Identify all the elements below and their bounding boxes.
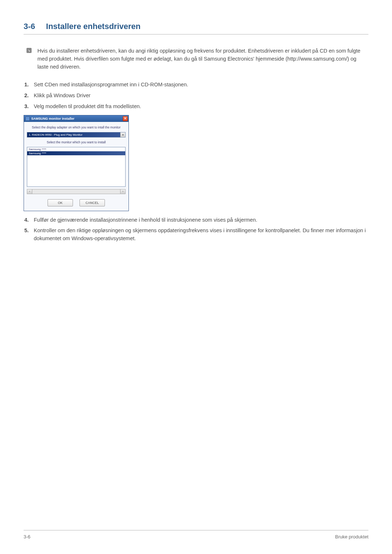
- adapter-value: 1. RADEON 9550 : Plug and Play Monitor: [27, 132, 120, 137]
- scroll-left-icon[interactable]: ‹: [27, 189, 32, 194]
- steps-list-cont: Fullfør de gjenværende installasjonstrin…: [24, 216, 368, 243]
- step-text: Fullfør de gjenværende installasjonstrin…: [34, 216, 368, 224]
- step-5: Kontroller om den riktige oppløsningen o…: [24, 227, 368, 243]
- heading-underline: [24, 34, 368, 34]
- note-icon: [26, 48, 32, 53]
- note-text: Hvis du installerer enhetsdriveren, kan …: [37, 47, 368, 71]
- step-text: Kontroller om den riktige oppløsningen o…: [34, 227, 368, 243]
- window-title: SAMSUNG monitor installer: [31, 117, 74, 120]
- section-number: 3-6: [24, 22, 35, 31]
- scroll-right-icon[interactable]: ›: [120, 189, 125, 194]
- monitor-label: Select the monitor which you want to ins…: [27, 140, 126, 144]
- list-item[interactable]: Samsung ****: [27, 147, 125, 151]
- app-icon: [25, 116, 30, 121]
- adapter-label: Select the display adapter on which you …: [27, 126, 126, 129]
- step-text: Klikk på Windows Driver: [34, 92, 368, 100]
- installer-body: Select the display adapter on which you …: [24, 122, 128, 211]
- step-4: Fullfør de gjenværende installasjonstrin…: [24, 216, 368, 224]
- button-row: OK CANCEL: [27, 198, 126, 208]
- page-footer: 3-6 Bruke produktet: [24, 530, 368, 539]
- footer-page-number: 3-6: [24, 534, 30, 539]
- step-text: Sett CDen med installasjonsprogrammet in…: [34, 81, 368, 89]
- scroll-track[interactable]: [32, 189, 120, 194]
- monitors-listbox[interactable]: Samsung **** Samsung ****: [27, 147, 126, 187]
- ok-button[interactable]: OK: [48, 199, 73, 206]
- section-heading: 3-6Installere enhetsdriveren: [24, 22, 368, 31]
- step-1: Sett CDen med installasjonsprogrammet in…: [24, 81, 368, 89]
- footer-section-name: Bruke produktet: [335, 534, 368, 539]
- step-3: Velg modellen til produktet ditt fra mod…: [24, 103, 368, 111]
- note-block: Hvis du installerer enhetsdriveren, kan …: [24, 47, 368, 71]
- step-2: Klikk på Windows Driver: [24, 92, 368, 100]
- chevron-down-icon[interactable]: ▾: [120, 132, 125, 137]
- steps-list: Sett CDen med installasjonsprogrammet in…: [24, 81, 368, 110]
- installer-window: SAMSUNG monitor installer × Select the d…: [24, 115, 129, 211]
- list-item[interactable]: Samsung ****: [27, 151, 125, 155]
- cancel-button[interactable]: CANCEL: [79, 199, 105, 206]
- close-button[interactable]: ×: [123, 116, 128, 121]
- installer-titlebar: SAMSUNG monitor installer ×: [24, 115, 128, 122]
- adapter-dropdown[interactable]: 1. RADEON 9550 : Plug and Play Monitor ▾: [27, 132, 126, 138]
- horizontal-scrollbar[interactable]: ‹ ›: [27, 189, 126, 194]
- step-text: Velg modellen til produktet ditt fra mod…: [34, 103, 368, 111]
- section-title-text: Installere enhetsdriveren: [46, 22, 140, 31]
- titlebar-left: SAMSUNG monitor installer: [25, 116, 74, 121]
